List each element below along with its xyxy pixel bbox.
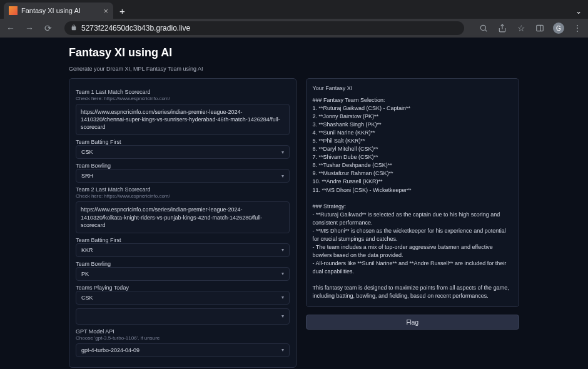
chevron-down-icon[interactable]: ⌄ <box>575 7 582 16</box>
tab-title: Fantasy XI using AI <box>21 7 81 14</box>
menu-icon[interactable]: ⋮ <box>572 23 583 34</box>
bowling1-label: Team Bowling <box>76 163 290 169</box>
teams-today-select-2[interactable]: ▾ <box>76 308 290 325</box>
browser-tab[interactable]: Fantasy XI using AI × <box>4 3 113 19</box>
batting1-select[interactable]: CSK▾ <box>76 145 290 159</box>
svg-line-1 <box>485 30 487 32</box>
bowling2-select[interactable]: PK▾ <box>76 267 290 281</box>
teams-today-label: Teams Playing Today <box>76 285 290 291</box>
chevron-down-icon: ▾ <box>281 173 284 179</box>
batting2-select[interactable]: KKR▾ <box>76 243 290 257</box>
chevron-down-icon: ▾ <box>281 313 284 319</box>
chevron-down-icon: ▾ <box>281 295 284 300</box>
back-icon[interactable]: ← <box>5 23 16 34</box>
url-text: 5273f224650dc3b43b.gradio.live <box>81 24 190 33</box>
scorecard1-hint: Check here: https://www.espncricinfo.com… <box>76 96 290 101</box>
forward-icon[interactable]: → <box>24 23 35 34</box>
chevron-down-icon: ▾ <box>281 347 284 353</box>
scorecard1-label: Team 1 Last Match Scorecard <box>76 89 290 95</box>
bowling2-label: Team Bowling <box>76 261 290 267</box>
output-label: Your Fantasy XI <box>313 85 513 91</box>
lock-icon <box>71 24 77 32</box>
browser-tabstrip: Fantasy XI using AI × + ⌄ <box>0 0 588 19</box>
chevron-down-icon: ▾ <box>281 271 284 276</box>
svg-rect-3 <box>537 25 544 31</box>
chevron-down-icon: ▾ <box>281 149 284 155</box>
new-tab-button[interactable]: + <box>119 6 125 16</box>
search-icon[interactable] <box>478 23 489 34</box>
output-text: ### Fantasy Team Selection: 1. **Ruturaj… <box>313 96 513 300</box>
close-icon[interactable]: × <box>103 6 108 16</box>
scorecard2-hint: Check here: https://www.espncricinfo.com… <box>76 193 290 199</box>
batting2-label: Team Batting First <box>76 237 290 243</box>
star-icon[interactable]: ☆ <box>515 23 527 34</box>
scorecard2-label: Team 2 Last Match Scorecard <box>76 186 290 193</box>
scorecard1-input[interactable]: https://www.espncricinfo.com/series/indi… <box>76 104 290 135</box>
batting1-label: Team Batting First <box>76 139 290 145</box>
gpt-model-select[interactable]: gpt-4-turbo-2024-04-09▾ <box>76 343 290 357</box>
bowling1-select[interactable]: SRH▾ <box>76 169 290 183</box>
chevron-down-icon: ▾ <box>281 247 284 253</box>
scorecard2-input[interactable]: https://www.espncricinfo.com/series/indi… <box>76 201 290 233</box>
gpt-label: GPT Model API <box>76 328 290 335</box>
favicon <box>9 6 18 15</box>
input-panel: Team 1 Last Match Scorecard Check here: … <box>69 78 297 368</box>
page-subtitle: Generate your Dream XI, MPL Fantasy Team… <box>69 66 519 72</box>
page-title: Fantasy XI using AI <box>69 46 519 59</box>
sidepanel-icon[interactable] <box>534 23 545 34</box>
share-icon[interactable] <box>497 23 508 34</box>
output-panel: Your Fantasy XI ### Fantasy Team Selecti… <box>306 78 520 307</box>
teams-today-select[interactable]: CSK▾ <box>76 291 290 305</box>
address-bar[interactable]: 5273f224650dc3b43b.gradio.live <box>64 21 464 35</box>
output-column: Your Fantasy XI ### Fantasy Team Selecti… <box>306 78 520 368</box>
gpt-hint: Choose 'gpt-3.5-turbo-1106', if unsure <box>76 335 290 341</box>
flag-button[interactable]: Flag <box>306 315 520 330</box>
browser-toolbar: ← → ⟳ 5273f224650dc3b43b.gradio.live ☆ G… <box>0 19 588 38</box>
reload-icon[interactable]: ⟳ <box>43 23 54 34</box>
svg-point-0 <box>480 25 485 30</box>
profile-avatar[interactable]: G <box>553 23 564 34</box>
